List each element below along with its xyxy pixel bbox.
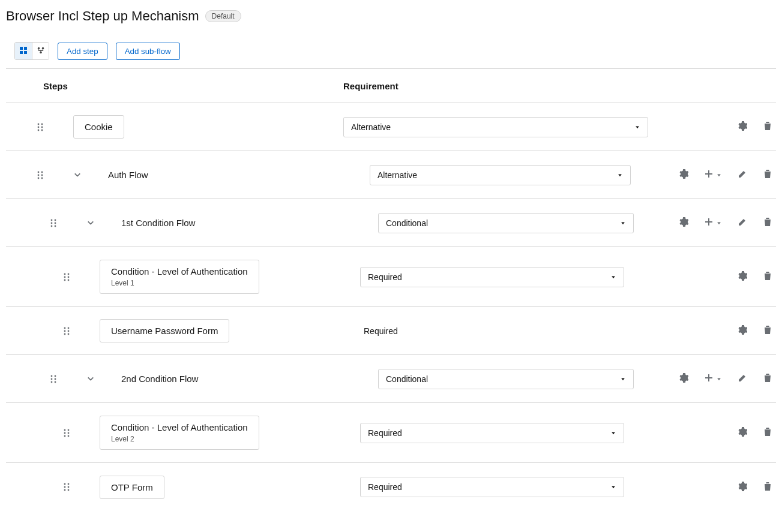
pencil-icon — [738, 373, 747, 384]
step-label: OTP Form — [111, 482, 153, 492]
step-label: Username Password Form — [111, 326, 218, 336]
table-header: Steps Requirement — [6, 69, 776, 103]
subflow-label: 2nd Condition Flow — [121, 374, 198, 384]
trash-icon — [763, 482, 772, 493]
grid-view-toggle[interactable] — [15, 43, 32, 59]
requirement-select[interactable]: Alternative — [370, 165, 631, 185]
requirement-select[interactable]: Required — [360, 423, 624, 443]
caret-down-icon — [716, 218, 722, 228]
gear-icon — [679, 217, 688, 229]
gear-icon — [738, 271, 747, 282]
delete-button[interactable] — [763, 169, 772, 181]
trash-icon — [763, 373, 772, 384]
settings-button[interactable] — [738, 482, 747, 493]
delete-button[interactable] — [763, 427, 772, 438]
plus-icon — [704, 169, 714, 181]
step-row-username-password: Username Password Form Required — [6, 307, 776, 355]
add-dropdown-button[interactable] — [704, 373, 722, 384]
add-subflow-button[interactable]: Add sub-flow — [116, 43, 180, 60]
gear-icon — [738, 121, 747, 133]
settings-button[interactable] — [738, 271, 747, 282]
subflow-row-1st-condition: 1st Condition Flow Conditional — [6, 199, 776, 247]
chevron-down-icon — [87, 218, 94, 228]
trash-icon — [763, 271, 772, 282]
requirement-value: Alternative — [377, 170, 417, 180]
delete-button[interactable] — [763, 482, 772, 493]
expand-toggle[interactable] — [86, 374, 95, 384]
subflow-label: Auth Flow — [108, 170, 148, 180]
toolbar: Add step Add sub-flow — [6, 38, 776, 69]
requirement-select[interactable]: Conditional — [378, 213, 634, 233]
gear-icon — [679, 373, 688, 384]
edit-button[interactable] — [738, 373, 747, 384]
delete-button[interactable] — [763, 373, 772, 384]
gear-icon — [679, 169, 688, 181]
delete-button[interactable] — [763, 271, 772, 282]
requirement-select[interactable]: Required — [360, 267, 624, 287]
step-box: Condition - Level of Authentication Leve… — [100, 260, 259, 294]
settings-button[interactable] — [679, 169, 688, 181]
settings-button[interactable] — [738, 121, 747, 133]
chevron-down-icon — [74, 170, 81, 180]
step-label: Cookie — [85, 122, 113, 132]
requirement-select[interactable]: Conditional — [378, 369, 634, 389]
requirement-value: Required — [368, 272, 402, 282]
delete-button[interactable] — [763, 121, 772, 133]
settings-button[interactable] — [738, 325, 747, 336]
add-step-button[interactable]: Add step — [58, 43, 107, 60]
settings-button[interactable] — [738, 427, 747, 438]
drag-handle-icon[interactable] — [36, 122, 44, 132]
edit-button[interactable] — [738, 217, 747, 229]
requirement-value: Required — [368, 482, 402, 492]
expand-toggle[interactable] — [86, 218, 95, 228]
caret-down-icon — [716, 374, 722, 384]
drag-handle-icon[interactable] — [62, 428, 71, 438]
caret-down-icon — [610, 482, 616, 492]
delete-button[interactable] — [763, 217, 772, 229]
drag-handle-icon[interactable] — [62, 326, 71, 336]
pencil-icon — [738, 217, 747, 229]
drag-handle-icon[interactable] — [62, 272, 71, 282]
gear-icon — [738, 427, 747, 438]
settings-button[interactable] — [679, 217, 688, 229]
status-badge: Default — [205, 10, 241, 22]
step-box: Username Password Form — [100, 319, 229, 342]
caret-down-icon — [620, 218, 626, 228]
diagram-icon — [37, 46, 45, 56]
diagram-view-toggle[interactable] — [32, 43, 49, 59]
caret-down-icon — [620, 374, 626, 384]
page-title: Browser Incl Step up Mechanism — [6, 8, 199, 24]
step-row-condition-loa-1: Condition - Level of Authentication Leve… — [6, 247, 776, 307]
pencil-icon — [738, 169, 747, 181]
trash-icon — [763, 427, 772, 438]
drag-handle-icon[interactable] — [62, 482, 71, 492]
add-dropdown-button[interactable] — [704, 217, 722, 229]
step-box: OTP Form — [100, 476, 164, 499]
requirement-readonly: Required — [360, 326, 398, 336]
plus-icon — [704, 217, 714, 229]
step-sublabel: Level 2 — [111, 435, 248, 443]
step-row-otp-form: OTP Form Required — [6, 463, 776, 511]
trash-icon — [763, 169, 772, 181]
subflow-row-auth-flow: Auth Flow Alternative — [6, 151, 776, 199]
edit-button[interactable] — [738, 169, 747, 181]
caret-down-icon — [634, 122, 640, 132]
step-box: Condition - Level of Authentication Leve… — [100, 416, 259, 450]
expand-toggle[interactable] — [73, 170, 82, 180]
requirement-value: Conditional — [386, 374, 428, 384]
trash-icon — [763, 121, 772, 133]
requirement-select[interactable]: Required — [360, 477, 624, 497]
requirement-select[interactable]: Alternative — [343, 117, 648, 137]
add-dropdown-button[interactable] — [704, 169, 722, 181]
grid-icon — [19, 46, 28, 56]
settings-button[interactable] — [679, 373, 688, 384]
delete-button[interactable] — [763, 325, 772, 336]
drag-handle-icon[interactable] — [49, 374, 58, 384]
step-box: Cookie — [73, 115, 124, 139]
plus-icon — [704, 373, 714, 384]
gear-icon — [738, 482, 747, 493]
requirement-value: Alternative — [351, 122, 391, 132]
drag-handle-icon[interactable] — [49, 218, 58, 228]
drag-handle-icon[interactable] — [36, 170, 44, 180]
chevron-down-icon — [87, 374, 94, 384]
